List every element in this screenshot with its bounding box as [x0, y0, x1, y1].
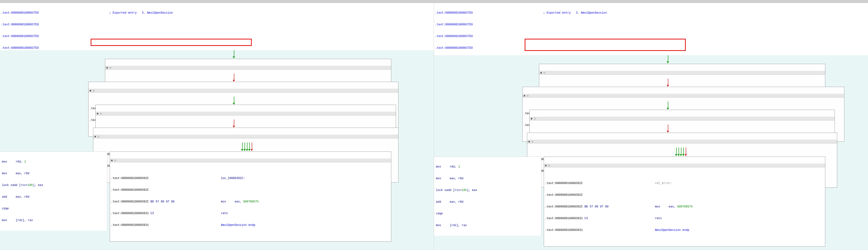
comment: ; Exported entry 3. AmsiOpenSession: [543, 11, 607, 15]
mnemonic: mov: [221, 200, 226, 203]
addr: .text:0000000180003831: [545, 228, 583, 232]
titlebar: [0, 0, 434, 3]
graph-node-success[interactable]: mov r8d, 1 mov eax, r8d lock xadd [rcx+1…: [0, 151, 107, 231]
mnemonic: mov: [655, 205, 660, 209]
retn: retn: [655, 217, 662, 220]
endp: AmsiOpenSession endp: [221, 223, 255, 227]
node-header: ▣ ▢: [544, 164, 825, 167]
bytes: B8 57 00 07 80: [585, 205, 609, 209]
expand-icon[interactable]: ▢: [109, 66, 112, 69]
collapse-icon[interactable]: ▣: [96, 112, 99, 115]
collapse-icon[interactable]: ▣: [530, 117, 533, 120]
node-header: ▣ ▢: [110, 159, 391, 162]
expand-icon[interactable]: ▢: [99, 112, 102, 115]
mnemonic: add: [2, 195, 7, 199]
mnemonic: lock xadd: [2, 184, 18, 187]
bytes: B8 57 00 07 80: [151, 200, 175, 203]
graph-node-error[interactable]: ▣ ▢ .text:000000018000382C loc_18000382C…: [110, 151, 391, 242]
mnemonic: cdqe: [2, 207, 9, 210]
mnemonic: lock xadd: [436, 189, 452, 192]
collapse-icon[interactable]: ▣: [528, 140, 531, 143]
mnemonic: cdqe: [436, 212, 443, 215]
operands: eax, r8d: [450, 200, 464, 204]
addr: .text:00000001800037E0: [435, 11, 473, 15]
label: ret_error:: [655, 182, 672, 185]
addr: .text:000000018000382C: [111, 188, 149, 192]
addr: .text:000000018000382C: [111, 200, 149, 203]
ops-val: 80070057h: [243, 200, 259, 203]
addr: .text:0000000180003831: [111, 223, 149, 227]
ops-suf: ], eax: [467, 189, 477, 192]
node-header: ▣ ▢: [539, 71, 825, 75]
addr: .text:00000001800037E0: [435, 23, 473, 26]
expand-icon[interactable]: ▢: [97, 135, 100, 138]
collapse-icon[interactable]: ▣: [106, 66, 108, 69]
expand-icon[interactable]: ▢: [531, 140, 534, 143]
ops-pre: r8d,: [450, 165, 458, 168]
graph-node-success[interactable]: mov r8d, 1 mov eax, r8d lock xadd [rcx+1…: [434, 157, 541, 235]
label: loc_18000382C:: [221, 177, 245, 180]
ida-pane-left[interactable]: .text:00000001800037E0 ; Exported entry …: [0, 0, 434, 250]
node-header: ▣ ▢: [105, 66, 391, 70]
node-header: ▣ ▢: [527, 140, 837, 143]
bytes: C3: [585, 217, 588, 220]
mnemonic: mov: [2, 160, 7, 164]
operands: eax, r8d: [16, 172, 30, 175]
ida-pane-right[interactable]: .text:00000001800037E0 ; Exported entry …: [434, 0, 868, 250]
graph-view-right[interactable]: ▣ ▢ .text:00000001800037E5 48 85 C9 test…: [434, 55, 868, 250]
graph-node-error[interactable]: ▣ ▢ .text:000000018000382C ret_error: .t…: [544, 157, 825, 247]
titlebar: [434, 0, 868, 3]
node-header: ▣ ▢: [530, 117, 835, 120]
collapse-icon[interactable]: ▣: [89, 89, 92, 92]
ops-pre: eax,: [669, 205, 677, 209]
endp: AmsiOpenSession endp: [655, 228, 689, 232]
expand-icon[interactable]: ▢: [533, 117, 536, 120]
node-header: ▣ ▢: [523, 94, 844, 98]
ops-suf: ], eax: [33, 184, 43, 187]
expand-icon[interactable]: ▢: [526, 94, 529, 97]
graph-view-left[interactable]: ▣ ▢ .text:00000001800037E5 48 85 C9 test…: [0, 50, 434, 250]
addr: .text:00000001800037E0: [435, 35, 473, 38]
operands: eax, r8d: [16, 195, 30, 199]
addr: .text:000000018000382C: [545, 193, 583, 197]
ops-pre: [rcx+: [453, 189, 462, 192]
ops-pre: eax,: [235, 200, 243, 203]
ops-pre: [rcx+: [19, 184, 28, 187]
operands: [rdx], rax: [16, 219, 33, 222]
addr: .text:000000018000382C: [545, 205, 583, 209]
operands: [rdx], rax: [450, 224, 467, 227]
addr: .text:00000001800037E0: [435, 46, 473, 50]
ops-val: 1: [458, 165, 460, 168]
addr: .text:0000000180003831: [545, 217, 583, 220]
retn: retn: [221, 212, 228, 215]
mnemonic: mov: [436, 177, 441, 180]
expand-icon[interactable]: ▢: [114, 159, 117, 162]
ops-num: 18h: [462, 189, 467, 192]
ops-val: 1: [24, 160, 26, 164]
mnemonic: mov: [2, 172, 7, 175]
addr: .text:000000018000382C: [545, 182, 583, 185]
collapse-icon[interactable]: ▣: [540, 71, 542, 74]
addr: .text:000000018000382C: [111, 177, 149, 180]
expand-icon[interactable]: ▢: [548, 164, 551, 167]
addr: .text:00000001800037E0: [1, 11, 39, 15]
bytes: C3: [151, 212, 154, 215]
collapse-icon[interactable]: ▣: [111, 159, 113, 162]
ops-pre: r8d,: [16, 160, 24, 164]
collapse-icon[interactable]: ▣: [545, 164, 547, 167]
node-header: ▣ ▢: [96, 112, 396, 115]
node-header: ▣ ▢: [89, 89, 398, 92]
collapse-icon[interactable]: ▣: [94, 135, 97, 138]
expand-icon[interactable]: ▢: [92, 89, 95, 92]
operands: eax, r8d: [450, 177, 464, 180]
comment: ; Exported entry 3. AmsiOpenSession: [109, 11, 173, 15]
node-header: ▣ ▢: [93, 135, 398, 138]
mnemonic: add: [436, 200, 441, 204]
mnemonic: mov: [436, 224, 441, 227]
expand-icon[interactable]: ▢: [543, 71, 546, 74]
collapse-icon[interactable]: ▣: [523, 94, 526, 97]
addr: .text:00000001800037E0: [1, 23, 39, 26]
ops-num: 18h: [28, 184, 33, 187]
addr: .text:00000001800037E0: [1, 35, 39, 38]
mnemonic: mov: [436, 165, 441, 168]
